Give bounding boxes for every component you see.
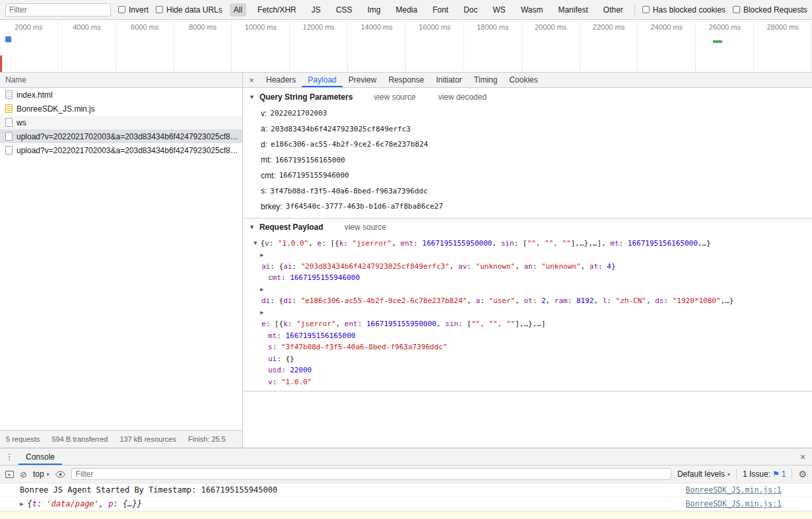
request-row[interactable]: upload?v=2022021702003&a=203d83434b6f424…	[0, 143, 242, 157]
filter-type-css[interactable]: CSS	[332, 3, 356, 17]
more-options-icon[interactable]: ⋮	[0, 448, 18, 465]
console-source-link[interactable]: BonreeSDK_JS.min.js:1	[686, 485, 782, 495]
name-column-header[interactable]: Name	[0, 73, 242, 88]
request-details-panel: × Headers Payload Preview Response Initi…	[243, 73, 812, 448]
payload-tree-line[interactable]: ui: {}	[243, 353, 812, 365]
tree-line-text: s: "3f47b08d-f3f5-40a6-8bed-f963a7396ddc…	[268, 343, 448, 351]
checkbox-icon[interactable]	[642, 6, 650, 13]
toolbar-divider	[634, 5, 635, 15]
payload-tree-line[interactable]: mt: 1667195156165000	[243, 330, 812, 342]
blocked-requests-checkbox[interactable]: Blocked Requests	[733, 5, 807, 15]
query-param-row: v: 2022021702003	[243, 106, 812, 121]
view-source-link[interactable]: view source	[374, 92, 415, 102]
checkbox-icon[interactable]	[118, 6, 125, 13]
payload-tree-line[interactable]: ▶	[243, 307, 812, 319]
toolbar-divider	[736, 469, 737, 479]
tab-initiator[interactable]: Initiator	[430, 73, 467, 87]
live-expression-eye-icon[interactable]	[55, 471, 65, 478]
tab-preview[interactable]: Preview	[343, 73, 383, 87]
console-sidebar-icon[interactable]: ▸	[5, 471, 14, 478]
payload-tree-line[interactable]: di: {di: "e186c306-ac55-4b2f-9ce2-6c78e2…	[243, 295, 812, 307]
filter-type-js[interactable]: JS	[308, 3, 325, 17]
filter-type-fetch-xhr[interactable]: Fetch/XHR	[254, 3, 300, 17]
section-title: Request Payload	[259, 223, 323, 232]
clear-console-icon[interactable]: ⊘	[20, 470, 27, 479]
tree-line-text: ui: {}	[268, 355, 294, 363]
invert-checkbox[interactable]: Invert	[118, 5, 149, 15]
tab-timing[interactable]: Timing	[468, 73, 504, 87]
filter-type-font[interactable]: Font	[428, 3, 452, 17]
request-name: upload?v=2022021702003&a=203d83434b6f424…	[17, 132, 238, 141]
console-tab-bar: ⋮ Console ×	[0, 448, 812, 466]
log-levels-dropdown[interactable]: Default levels ▾	[677, 469, 730, 479]
filter-type-manifest[interactable]: Manifest	[554, 3, 592, 17]
payload-tree-line[interactable]: v: "1.0.0"	[243, 376, 812, 388]
filter-type-doc[interactable]: Doc	[459, 3, 481, 17]
request-row[interactable]: BonreeSDK_JS.min.js	[0, 102, 242, 116]
expand-arrow-icon[interactable]: ▶	[260, 309, 263, 316]
expand-arrow-icon[interactable]: ▶	[260, 286, 263, 293]
blocked-requests-label: Blocked Requests	[743, 5, 807, 15]
tick-label: 14000 ms	[360, 23, 392, 72]
tab-headers[interactable]: Headers	[260, 73, 302, 87]
chevron-down-icon: ▾	[727, 471, 730, 477]
request-name: BonreeSDK_JS.min.js	[17, 104, 95, 114]
toolbar-divider	[792, 469, 792, 479]
payload-tree-line[interactable]: ▶	[243, 284, 812, 296]
query-param-row: d: e186c306-ac55-4b2f-9ce2-6c78e237b824	[243, 137, 812, 153]
request-row[interactable]: ws	[0, 116, 242, 129]
checkbox-icon[interactable]	[733, 6, 740, 13]
timeline-column: 10000 ms	[232, 20, 290, 72]
timeline-column: 6000 ms	[116, 20, 174, 72]
issues-counter[interactable]: 1 Issue: ⚑ 1	[743, 469, 786, 479]
request-row[interactable]: index.html	[0, 88, 242, 102]
resources-size: 137 kB resources	[114, 435, 182, 443]
payload-tree-line[interactable]: e: [{k: "jserror", ent: 1667195155950000…	[243, 318, 812, 330]
tab-console[interactable]: Console	[18, 448, 62, 465]
filter-type-img[interactable]: Img	[363, 3, 384, 17]
timeline-column: 4000 ms	[58, 20, 116, 72]
console-warning-row-clipped	[0, 511, 812, 519]
payload-tree-line[interactable]: usd: 22000	[243, 364, 812, 376]
network-filter-bar: Invert Hide data URLs All Fetch/XHR JS C…	[0, 0, 812, 20]
param-key: brkey:	[261, 202, 283, 211]
view-source-link[interactable]: view source	[345, 223, 386, 232]
network-overview-timeline[interactable]: 2000 ms 4000 ms 6000 ms 8000 ms 10000 ms…	[0, 20, 812, 73]
timeline-column: 28000 ms	[754, 20, 812, 72]
filter-type-other[interactable]: Other	[599, 3, 627, 17]
has-blocked-cookies-checkbox[interactable]: Has blocked cookies	[642, 5, 726, 15]
tab-cookies[interactable]: Cookies	[503, 73, 543, 87]
payload-tree-line[interactable]: ai: {ai: "203d83434b6f4247923025cf849erf…	[243, 261, 812, 273]
filter-type-media[interactable]: Media	[391, 3, 421, 17]
collapse-arrow-icon[interactable]: ▼	[249, 224, 255, 230]
console-object-preview: {t: 'data/page', p: {…}}	[27, 499, 141, 508]
expand-arrow-icon[interactable]: ▼	[254, 240, 257, 246]
close-icon[interactable]: ×	[794, 448, 812, 465]
filter-type-all[interactable]: All	[230, 3, 246, 17]
console-filter-input[interactable]	[71, 468, 671, 480]
filter-type-ws[interactable]: WS	[489, 3, 510, 17]
payload-tree-line[interactable]: s: "3f47b08d-f3f5-40a6-8bed-f963a7396ddc…	[243, 341, 812, 353]
play-icon: ▸	[9, 472, 11, 477]
close-icon[interactable]: ×	[243, 73, 260, 87]
collapse-arrow-icon[interactable]: ▼	[249, 94, 255, 100]
filter-type-wasm[interactable]: Wasm	[517, 3, 547, 17]
view-decoded-link[interactable]: view decoded	[438, 92, 487, 102]
request-row-selected[interactable]: upload?v=2022021702003&a=203d83434b6f424…	[0, 129, 242, 143]
console-settings-gear-icon[interactable]: ⚙	[798, 469, 807, 479]
request-payload-section-header: ▼ Request Payload view source	[243, 219, 812, 236]
hide-data-urls-checkbox[interactable]: Hide data URLs	[156, 5, 222, 15]
javascript-context-dropdown[interactable]: top ▾	[33, 469, 50, 479]
network-filter-input[interactable]	[5, 3, 111, 17]
checkbox-icon[interactable]	[156, 6, 163, 13]
expand-arrow-icon[interactable]: ▶	[260, 252, 263, 258]
timeline-column: 26000 ms	[696, 20, 754, 72]
expand-arrow-icon[interactable]: ▶	[20, 501, 23, 507]
generic-resource-icon	[5, 146, 13, 155]
payload-tree-line[interactable]: cmt: 1667195155946000	[243, 272, 812, 284]
payload-tree-line[interactable]: ▼ {v: "1.0.0", e: [{k: "jserror", ent: 1…	[243, 238, 812, 250]
tab-payload[interactable]: Payload	[302, 73, 342, 87]
payload-tree-line[interactable]: ▶	[243, 249, 812, 261]
tab-response[interactable]: Response	[382, 73, 430, 87]
console-source-link[interactable]: BonreeSDK_JS.min.js:1	[686, 499, 782, 508]
